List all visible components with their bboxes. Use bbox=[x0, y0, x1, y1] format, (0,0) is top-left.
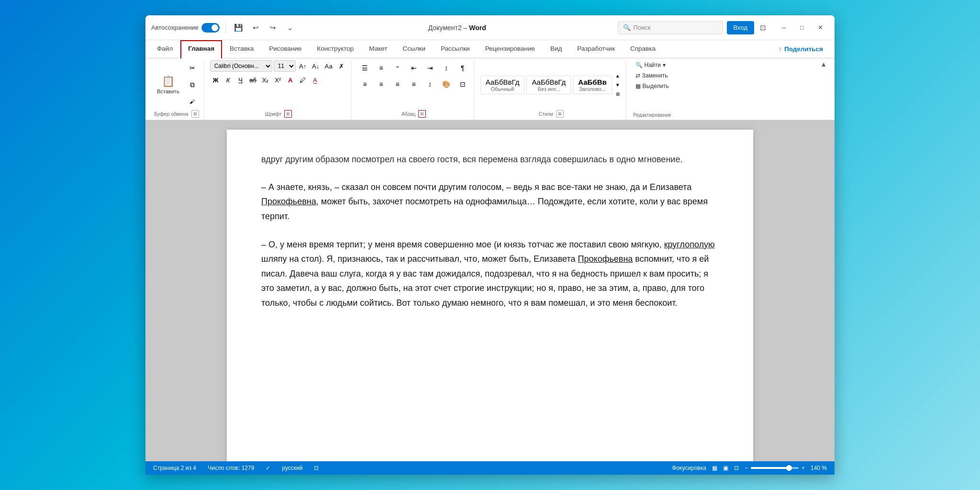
clipboard-dialog-icon[interactable]: ⊞ bbox=[191, 110, 199, 118]
format-painter-icon[interactable]: 🖌 bbox=[185, 94, 200, 109]
borders-icon[interactable]: ⊡ bbox=[455, 77, 470, 92]
para-dialog-icon[interactable]: ⊞ bbox=[418, 110, 426, 118]
line-spacing-icon[interactable]: ↕ bbox=[423, 77, 438, 92]
multilevel-list-icon[interactable]: ⁼ bbox=[390, 60, 405, 76]
share-button[interactable]: ↑ Поделиться bbox=[773, 43, 829, 56]
layout-icon-3[interactable]: ⊡ bbox=[734, 465, 739, 471]
tab-review[interactable]: Рецензирование bbox=[478, 40, 543, 58]
tab-home[interactable]: Главная bbox=[180, 40, 222, 58]
autosave-toggle[interactable] bbox=[201, 23, 220, 33]
window-controls: ─ □ ✕ bbox=[775, 21, 829, 34]
font-size-select[interactable]: 11 bbox=[274, 60, 296, 72]
cut-icon[interactable]: ✂ bbox=[185, 60, 200, 76]
font-color-icon[interactable]: A bbox=[285, 74, 296, 86]
align-left-icon[interactable]: ≡ bbox=[357, 77, 373, 92]
tab-layout[interactable]: Макет bbox=[361, 40, 395, 58]
zoom-slider[interactable]: − + bbox=[745, 465, 805, 471]
bold-button[interactable]: Ж bbox=[210, 74, 222, 86]
decrease-font-icon[interactable]: A↓ bbox=[310, 60, 322, 72]
style-normal[interactable]: АаБбВвГд Обычный bbox=[480, 76, 525, 94]
tab-view[interactable]: Вид bbox=[543, 40, 569, 58]
superscript-icon[interactable]: X² bbox=[272, 74, 284, 86]
highlight-icon[interactable]: 🖊 bbox=[297, 74, 309, 86]
minimize-button[interactable]: ─ bbox=[775, 21, 792, 34]
sort-icon[interactable]: ↕ bbox=[439, 60, 454, 76]
style-heading[interactable]: АаБбВв Заголово... bbox=[573, 76, 612, 94]
search-box[interactable]: 🔍 Поиск bbox=[618, 21, 723, 34]
layout-icon-2[interactable]: ▣ bbox=[723, 465, 728, 471]
copy-icon[interactable]: ⧉ bbox=[185, 77, 200, 92]
find-dropdown-icon: ▾ bbox=[663, 62, 666, 68]
undo-icon[interactable]: ↩ bbox=[249, 21, 262, 34]
increase-indent-icon[interactable]: ⇥ bbox=[423, 60, 438, 76]
zoom-plus-icon[interactable]: + bbox=[802, 465, 805, 471]
numbering-icon[interactable]: ≡ bbox=[374, 60, 389, 76]
document-area: вдруг другим образом посмотрел на своего… bbox=[145, 120, 835, 461]
close-button[interactable]: ✕ bbox=[812, 21, 829, 34]
editing-content: 🔍 Найти ▾ ⇄ Заменить ▦ Выделить bbox=[633, 60, 672, 111]
tab-help[interactable]: Справка bbox=[623, 40, 663, 58]
proofing-icon: ✓ bbox=[266, 465, 270, 471]
save-icon[interactable]: 💾 bbox=[232, 21, 245, 34]
align-right-icon[interactable]: ≡ bbox=[390, 77, 405, 92]
styles-label: Стили ⊞ bbox=[539, 109, 564, 120]
tab-design[interactable]: Конструктор bbox=[309, 40, 361, 58]
focus-label: Фокусировка bbox=[672, 465, 706, 471]
select-button[interactable]: ▦ Выделить bbox=[633, 81, 672, 91]
font-name-select[interactable]: Calibri (Основн... bbox=[210, 60, 272, 72]
align-center-icon[interactable]: ≡ bbox=[374, 77, 389, 92]
redo-icon[interactable]: ↪ bbox=[266, 21, 279, 34]
styles-scroll-down[interactable]: ▼ bbox=[613, 80, 622, 89]
strikethrough-icon[interactable]: аб bbox=[247, 74, 259, 86]
tab-mailings[interactable]: Рассылки bbox=[433, 40, 478, 58]
document-page: вдруг другим образом посмотрел на своего… bbox=[227, 130, 753, 461]
ribbon-tabs-bar: Файл Главная Вставка Рисование Конструкт… bbox=[145, 40, 835, 58]
font-content: Calibri (Основн... 11 A↑ A↓ Аа ✗ Ж К Ч а… bbox=[210, 60, 347, 109]
clipboard-label: Буфер обмена ⊞ bbox=[154, 109, 199, 120]
tab-draw[interactable]: Рисование bbox=[261, 40, 309, 58]
layout-icon-1[interactable]: ▦ bbox=[712, 465, 717, 471]
login-button[interactable]: Вход bbox=[727, 21, 754, 34]
editing-label: Редактирование bbox=[633, 111, 671, 120]
customize-icon[interactable]: ⌄ bbox=[283, 21, 297, 34]
find-button[interactable]: 🔍 Найти ▾ bbox=[633, 60, 668, 70]
bullets-icon[interactable]: ☰ bbox=[357, 60, 373, 76]
shading-icon[interactable]: A̲ bbox=[310, 74, 321, 86]
change-case-icon[interactable]: Аа bbox=[323, 60, 334, 72]
partial-text: вдруг другим образом посмотрел на своего… bbox=[261, 153, 719, 167]
ribbon-toolbar: 📋 Вставить ✂ ⧉ 🖌 Буфер обмена ⊞ Calibri bbox=[145, 58, 835, 120]
italic-button[interactable]: К bbox=[223, 74, 234, 86]
app-window: Автосохранение 💾 ↩ ↪ ⌄ Документ2 – Word … bbox=[145, 15, 835, 475]
restore-icon[interactable]: ⊡ bbox=[756, 21, 769, 34]
styles-dialog-icon[interactable]: ⊞ bbox=[556, 110, 564, 118]
share-section: ↑ Поделиться bbox=[773, 43, 835, 56]
font-dialog-icon[interactable]: ⊞ bbox=[284, 110, 292, 118]
decrease-indent-icon[interactable]: ⇤ bbox=[406, 60, 422, 76]
tab-references[interactable]: Ссылки bbox=[395, 40, 434, 58]
justify-icon[interactable]: ≡ bbox=[406, 77, 422, 92]
styles-scroll-up[interactable]: ▲ bbox=[613, 71, 622, 80]
show-marks-icon[interactable]: ¶ bbox=[455, 60, 470, 76]
tab-insert[interactable]: Вставка bbox=[222, 40, 261, 58]
underline-button[interactable]: Ч bbox=[235, 74, 246, 86]
zoom-minus-icon[interactable]: − bbox=[745, 465, 748, 471]
status-right: Фокусировка ▦ ▣ ⊡ − + 140 % bbox=[672, 465, 827, 471]
search-icon: 🔍 bbox=[623, 24, 631, 31]
styles-expand[interactable]: ⊞ bbox=[613, 89, 622, 98]
subscript-icon[interactable]: X₂ bbox=[260, 74, 271, 86]
clear-format-icon[interactable]: ✗ bbox=[336, 60, 347, 72]
style-no-spacing[interactable]: АаБбВвГд Без инт... bbox=[526, 76, 571, 94]
styles-content: АаБбВвГд Обычный АаБбВвГд Без инт... АаБ… bbox=[480, 60, 622, 109]
tab-developer[interactable]: Разработчик bbox=[569, 40, 623, 58]
ribbon-collapse-icon[interactable]: ▲ bbox=[820, 60, 827, 68]
shading-para-icon[interactable]: 🎨 bbox=[439, 77, 454, 92]
ribbon-tabs: Файл Главная Вставка Рисование Конструкт… bbox=[145, 40, 667, 58]
maximize-button[interactable]: □ bbox=[793, 21, 811, 34]
editing-group: 🔍 Найти ▾ ⇄ Заменить ▦ Выделить Редактир… bbox=[628, 60, 676, 120]
autosave-label: Автосохранение bbox=[151, 24, 199, 31]
increase-font-icon[interactable]: A↑ bbox=[297, 60, 309, 72]
paste-button[interactable]: 📋 Вставить bbox=[153, 72, 183, 97]
font-format-row: Ж К Ч аб X₂ X² A 🖊 A̲ bbox=[210, 74, 321, 86]
tab-file[interactable]: Файл bbox=[149, 40, 180, 58]
replace-button[interactable]: ⇄ Заменить bbox=[633, 71, 671, 80]
